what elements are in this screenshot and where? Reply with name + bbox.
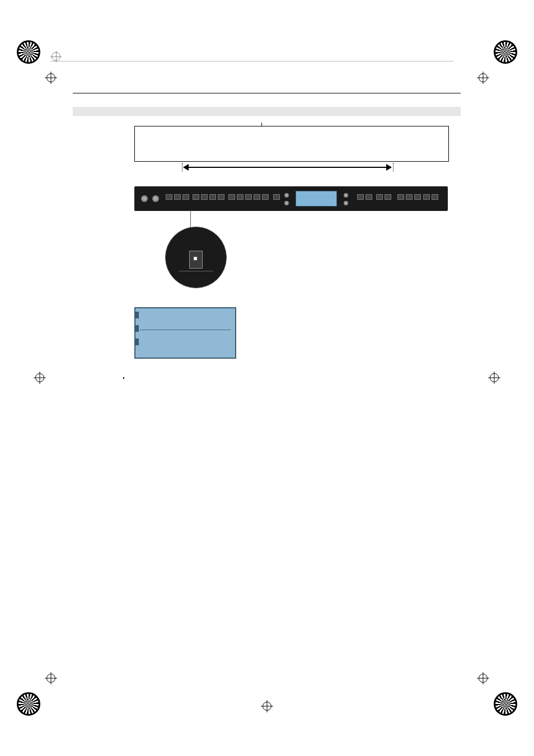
crosshair-icon xyxy=(34,372,46,384)
device-panel-illustration xyxy=(134,186,448,211)
subheading xyxy=(73,107,461,116)
lcd-side-icon xyxy=(135,312,139,318)
keyboard-diagram xyxy=(134,126,448,172)
running-head-rule xyxy=(73,93,461,93)
printer-mark-icon xyxy=(494,40,517,64)
panel-knob-icon xyxy=(141,195,148,202)
callout-row xyxy=(179,242,213,249)
split-button-illustration xyxy=(189,251,203,269)
crosshair-icon xyxy=(477,672,489,684)
crosshair-small-icon xyxy=(50,51,62,62)
panel-lcd xyxy=(296,191,337,206)
crosshair-icon xyxy=(45,72,57,84)
memo-icon xyxy=(73,371,124,381)
lcd-side-icon xyxy=(135,325,139,332)
panel-knob-icon xyxy=(284,193,289,198)
panel-knob-icon xyxy=(344,201,348,205)
memo-row xyxy=(73,371,461,381)
crosshair-icon xyxy=(477,72,489,84)
keyboard-illustration xyxy=(134,126,449,162)
callout-circle xyxy=(165,227,227,288)
crosshair-icon xyxy=(261,700,273,712)
panel-knob-icon xyxy=(344,193,348,198)
step-body xyxy=(134,307,448,359)
range-arrow xyxy=(134,163,448,172)
printer-mark-icon xyxy=(17,692,40,716)
lcd-side-icon xyxy=(135,339,139,345)
book-info-line xyxy=(50,49,69,64)
callout-bottom-label xyxy=(179,271,213,273)
page-body xyxy=(73,90,461,381)
book-info-rule xyxy=(50,61,453,62)
intro-paragraphs xyxy=(134,126,448,295)
printer-mark-icon xyxy=(17,40,40,64)
lcd-screenshot xyxy=(134,307,236,359)
panel-knob-icon xyxy=(152,195,159,202)
panel-knob-icon xyxy=(284,201,289,205)
callout-wrap xyxy=(134,211,448,295)
printer-mark-icon xyxy=(494,692,517,716)
crosshair-icon xyxy=(488,372,500,384)
crosshair-icon xyxy=(45,672,57,684)
